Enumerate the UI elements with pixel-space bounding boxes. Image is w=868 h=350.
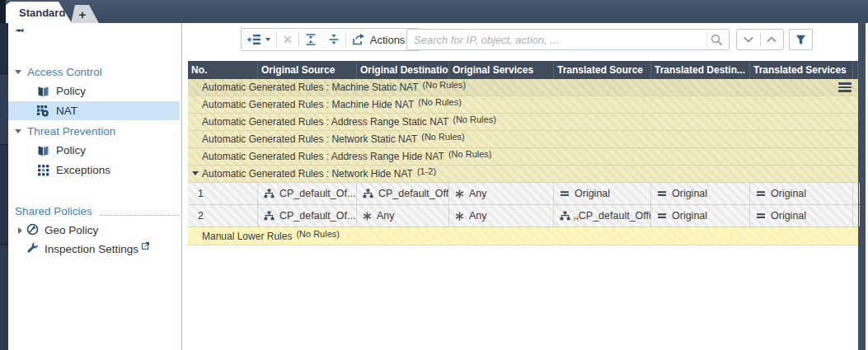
rule-cell[interactable]: Original: [750, 205, 853, 226]
sidebar-item-exceptions[interactable]: Exceptions: [8, 161, 180, 180]
expand-all-button[interactable]: [299, 29, 322, 50]
filter-button[interactable]: [789, 29, 813, 50]
geo-policy-icon: [26, 223, 39, 238]
sidebar-item-nat[interactable]: NAT: [8, 101, 180, 120]
network-object-icon: [264, 211, 274, 221]
section-rule-count: (No Rules): [296, 229, 340, 239]
column-header-overflow: [853, 61, 858, 79]
rule-cell[interactable]: Any: [357, 205, 449, 226]
rule-cell[interactable]: Any: [449, 183, 554, 204]
search-button[interactable]: [706, 32, 726, 48]
search-input[interactable]: [407, 30, 704, 49]
chevron-down-icon: [15, 70, 21, 74]
new-tab-button[interactable]: +: [71, 5, 99, 23]
nat-section-row[interactable]: Automatic Generated Rules : Address Rang…: [188, 148, 858, 166]
sidebar-item-label: Policy: [56, 85, 86, 97]
original-icon: [657, 212, 667, 220]
column-header[interactable]: Translated Source: [554, 61, 651, 79]
rule-cell[interactable]: Original: [651, 183, 750, 204]
rule-cell[interactable]: Original: [750, 183, 853, 204]
section-title: Manual Lower Rules: [202, 231, 292, 242]
section-rule-count: (No Rules): [448, 149, 492, 159]
original-icon: [756, 212, 766, 220]
smartconsole-window: Standard + ◄◄ Access Control Polic: [0, 0, 868, 350]
tab-standard-label: Standard: [19, 7, 65, 19]
original-icon: [560, 189, 570, 198]
rule-cell[interactable]: CP_default_Of...: [258, 183, 357, 204]
section-title: Automatic Generated Rules : Machine Stat…: [202, 82, 419, 93]
rule-cell-text: CP_default_Offic: [378, 188, 449, 199]
column-header[interactable]: Original Services: [449, 61, 554, 79]
search-box: [406, 29, 730, 50]
section-title: Automatic Generated Rules : Network Hide…: [202, 168, 413, 180]
nat-section-row[interactable]: Automatic Generated Rules : Network Hide…: [188, 166, 858, 183]
previous-result-button[interactable]: [761, 30, 784, 49]
new-tab-plus-icon: +: [79, 7, 87, 21]
sidebar-collapse-icon[interactable]: ◄◄: [12, 25, 25, 35]
column-header[interactable]: No.: [188, 61, 258, 79]
sidebar-section-threat-prevention[interactable]: Threat Prevention: [8, 121, 182, 141]
next-result-button[interactable]: [737, 30, 760, 49]
exceptions-grid-icon: [37, 164, 49, 176]
rule-cell-text: Any: [469, 188, 487, 199]
nat-section-row[interactable]: Automatic Generated Rules : Machine Stat…: [188, 79, 858, 96]
delete-rule-button[interactable]: ✕: [277, 29, 298, 50]
section-rule-count: (No Rules): [418, 97, 462, 107]
filter-funnel-icon: [795, 35, 806, 45]
expand-all-icon: [305, 34, 317, 45]
section-menu-icon[interactable]: [838, 82, 852, 93]
rule-cell[interactable]: Any: [449, 205, 554, 226]
nat-table-rows: Automatic Generated Rules : Machine Stat…: [188, 79, 858, 227]
rule-cell-text: CP_default_Of...: [279, 210, 355, 222]
nat-rule-row[interactable]: 2CP_default_Of...AnyAnyHCP_default_Offic…: [188, 205, 858, 227]
left-panel-strip[interactable]: [0, 23, 8, 350]
section-rule-count: (No Rules): [423, 80, 467, 90]
column-header[interactable]: Original Destination: [357, 61, 449, 79]
collapse-all-button[interactable]: [322, 29, 345, 50]
toolbar-button-group: ✕ Actions: [241, 28, 420, 51]
nat-rule-row[interactable]: 1CP_default_Of...CP_default_OfficAnyOrig…: [188, 183, 858, 205]
sidebar-item-inspection-settings[interactable]: Inspection Settings: [8, 240, 180, 259]
rule-cell-text: Original: [771, 188, 806, 199]
collapse-all-icon: [328, 34, 340, 45]
rule-cell[interactable]: HCP_default_Offic: [554, 205, 651, 226]
chevron-down-icon: [15, 129, 21, 133]
left-strip-segment: [0, 245, 8, 350]
original-icon: [657, 189, 667, 198]
manual-lower-rules-row[interactable]: Manual Lower Rules (No Rules): [188, 227, 858, 245]
network-object-icon: [363, 189, 373, 198]
sidebar-section-label: Access Control: [27, 66, 102, 78]
policy-book-icon: [37, 144, 49, 156]
sidebar-item-threat-policy[interactable]: Policy: [8, 141, 180, 160]
tab-standard[interactable]: Standard: [6, 2, 72, 23]
rule-cell[interactable]: CP_default_Offic: [357, 183, 449, 204]
rule-row-overflow: [853, 183, 860, 204]
nat-section-row[interactable]: Automatic Generated Rules : Address Rang…: [188, 114, 858, 131]
nat-section-row[interactable]: Automatic Generated Rules : Machine Hide…: [188, 96, 858, 114]
sidebar-item-geo-policy[interactable]: Geo Policy: [8, 221, 180, 240]
search-nav-group: [736, 29, 784, 50]
section-rule-count: (No Rules): [453, 114, 496, 124]
rule-cell-text: Original: [672, 210, 707, 222]
section-rule-count: (1-2): [417, 166, 436, 176]
any-icon: [363, 212, 372, 221]
nat-policy-panel: ✕ Actions: [182, 23, 868, 350]
sidebar-section-access-control[interactable]: Access Control: [8, 62, 182, 82]
app-body: ◄◄ Access Control Policy NAT Threat Pre: [0, 23, 868, 350]
section-expander-icon[interactable]: [192, 171, 199, 175]
rule-cell-text: Any: [469, 210, 487, 222]
rule-cell[interactable]: CP_default_Of...: [258, 205, 357, 226]
chevron-down-icon: [265, 38, 270, 41]
rule-cell[interactable]: Original: [554, 183, 651, 204]
rule-cell-text: Original: [672, 188, 707, 199]
rule-cell[interactable]: Original: [651, 205, 750, 226]
nat-section-row[interactable]: Automatic Generated Rules : Network Stat…: [188, 131, 858, 148]
sidebar-item-access-policy[interactable]: Policy: [8, 82, 180, 100]
column-header[interactable]: Original Source: [258, 61, 357, 79]
sidebar-section-label: Threat Prevention: [27, 125, 115, 138]
sidebar-item-label: Policy: [56, 144, 86, 156]
column-header[interactable]: Translated Services: [750, 61, 853, 79]
add-rule-button[interactable]: [242, 29, 276, 50]
column-header[interactable]: Translated Destin...: [651, 61, 750, 79]
tabbar-left-edge: [0, 0, 6, 23]
